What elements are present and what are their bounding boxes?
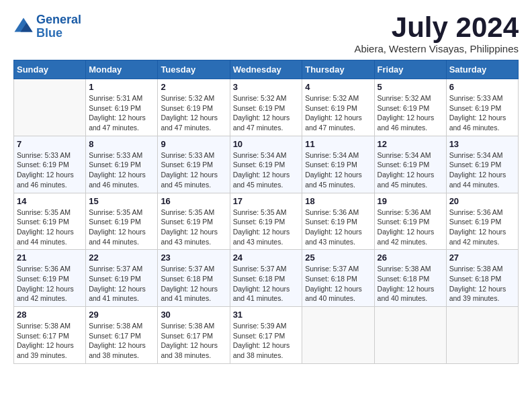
calendar-cell: 1Sunrise: 5:31 AMSunset: 6:19 PMDaylight… <box>86 79 158 136</box>
day-number: 9 <box>161 139 226 149</box>
day-header-sunday: Sunday <box>14 60 86 79</box>
day-number: 14 <box>17 196 83 206</box>
calendar-cell: 5Sunrise: 5:32 AMSunset: 6:19 PMDaylight… <box>374 79 446 136</box>
page-header: General Blue July 2024 Abiera, Western V… <box>13 13 519 54</box>
day-info: Sunrise: 5:33 AMSunset: 6:19 PMDaylight:… <box>161 150 226 190</box>
month-title: July 2024 <box>354 13 519 42</box>
day-number: 20 <box>449 196 515 206</box>
day-info: Sunrise: 5:33 AMSunset: 6:19 PMDaylight:… <box>89 150 154 190</box>
day-number: 11 <box>305 139 371 149</box>
day-info: Sunrise: 5:35 AMSunset: 6:19 PMDaylight:… <box>89 208 154 247</box>
day-info: Sunrise: 5:33 AMSunset: 6:19 PMDaylight:… <box>449 93 515 133</box>
calendar-cell <box>14 79 86 136</box>
day-info: Sunrise: 5:34 AMSunset: 6:19 PMDaylight:… <box>449 150 515 190</box>
calendar-cell: 25Sunrise: 5:37 AMSunset: 6:18 PMDayligh… <box>302 250 374 307</box>
day-number: 24 <box>233 253 300 263</box>
calendar-cell: 12Sunrise: 5:34 AMSunset: 6:19 PMDayligh… <box>374 136 446 193</box>
calendar-cell: 22Sunrise: 5:37 AMSunset: 6:19 PMDayligh… <box>86 250 158 307</box>
calendar-cell: 8Sunrise: 5:33 AMSunset: 6:19 PMDaylight… <box>86 136 158 193</box>
day-number: 23 <box>161 253 226 263</box>
day-info: Sunrise: 5:36 AMSunset: 6:19 PMDaylight:… <box>378 208 443 247</box>
day-info: Sunrise: 5:36 AMSunset: 6:19 PMDaylight:… <box>17 264 83 304</box>
day-number: 15 <box>89 196 154 206</box>
day-number: 29 <box>89 310 154 320</box>
day-info: Sunrise: 5:32 AMSunset: 6:19 PMDaylight:… <box>305 93 371 133</box>
calendar-week-3: 14Sunrise: 5:35 AMSunset: 6:19 PMDayligh… <box>14 193 519 250</box>
day-number: 2 <box>161 82 226 92</box>
calendar-cell: 24Sunrise: 5:37 AMSunset: 6:18 PMDayligh… <box>230 250 302 307</box>
day-number: 31 <box>233 310 300 320</box>
day-number: 7 <box>17 139 83 149</box>
calendar-week-4: 21Sunrise: 5:36 AMSunset: 6:19 PMDayligh… <box>14 250 519 307</box>
calendar-cell: 17Sunrise: 5:35 AMSunset: 6:19 PMDayligh… <box>230 193 302 250</box>
calendar-cell: 23Sunrise: 5:37 AMSunset: 6:18 PMDayligh… <box>158 250 230 307</box>
calendar-cell: 14Sunrise: 5:35 AMSunset: 6:19 PMDayligh… <box>14 193 86 250</box>
day-number: 19 <box>378 196 443 206</box>
calendar-week-5: 28Sunrise: 5:38 AMSunset: 6:17 PMDayligh… <box>14 307 519 364</box>
day-info: Sunrise: 5:38 AMSunset: 6:18 PMDaylight:… <box>449 264 515 304</box>
calendar-cell: 29Sunrise: 5:38 AMSunset: 6:17 PMDayligh… <box>86 307 158 364</box>
calendar-table: SundayMondayTuesdayWednesdayThursdayFrid… <box>13 60 519 364</box>
day-info: Sunrise: 5:36 AMSunset: 6:19 PMDaylight:… <box>449 208 515 247</box>
day-header-tuesday: Tuesday <box>158 60 230 79</box>
day-number: 1 <box>89 82 154 92</box>
day-info: Sunrise: 5:33 AMSunset: 6:19 PMDaylight:… <box>17 150 83 190</box>
day-info: Sunrise: 5:39 AMSunset: 6:17 PMDaylight:… <box>233 321 300 361</box>
calendar-week-2: 7Sunrise: 5:33 AMSunset: 6:19 PMDaylight… <box>14 136 519 193</box>
day-info: Sunrise: 5:37 AMSunset: 6:19 PMDaylight:… <box>89 264 154 304</box>
calendar-cell <box>302 307 374 364</box>
day-number: 16 <box>161 196 226 206</box>
day-info: Sunrise: 5:32 AMSunset: 6:19 PMDaylight:… <box>233 93 300 133</box>
day-info: Sunrise: 5:37 AMSunset: 6:18 PMDaylight:… <box>161 264 226 304</box>
calendar-cell: 30Sunrise: 5:38 AMSunset: 6:17 PMDayligh… <box>158 307 230 364</box>
day-number: 27 <box>449 253 515 263</box>
day-info: Sunrise: 5:32 AMSunset: 6:19 PMDaylight:… <box>161 93 226 133</box>
day-number: 22 <box>89 253 154 263</box>
calendar-cell: 16Sunrise: 5:35 AMSunset: 6:19 PMDayligh… <box>158 193 230 250</box>
calendar-cell: 28Sunrise: 5:38 AMSunset: 6:17 PMDayligh… <box>14 307 86 364</box>
day-number: 10 <box>233 139 300 149</box>
day-info: Sunrise: 5:37 AMSunset: 6:18 PMDaylight:… <box>233 264 300 304</box>
day-header-saturday: Saturday <box>446 60 518 79</box>
day-info: Sunrise: 5:38 AMSunset: 6:17 PMDaylight:… <box>89 321 154 361</box>
logo: General Blue <box>13 13 81 40</box>
day-header-monday: Monday <box>86 60 158 79</box>
day-number: 25 <box>305 253 371 263</box>
day-header-friday: Friday <box>374 60 446 79</box>
day-number: 30 <box>161 310 226 320</box>
calendar-cell <box>446 307 518 364</box>
title-block: July 2024 Abiera, Western Visayas, Phili… <box>354 13 519 54</box>
day-number: 18 <box>305 196 371 206</box>
day-number: 13 <box>449 139 515 149</box>
calendar-cell: 10Sunrise: 5:34 AMSunset: 6:19 PMDayligh… <box>230 136 302 193</box>
calendar-cell: 2Sunrise: 5:32 AMSunset: 6:19 PMDaylight… <box>158 79 230 136</box>
calendar-cell: 9Sunrise: 5:33 AMSunset: 6:19 PMDaylight… <box>158 136 230 193</box>
day-info: Sunrise: 5:36 AMSunset: 6:19 PMDaylight:… <box>305 208 371 247</box>
day-number: 8 <box>89 139 154 149</box>
day-info: Sunrise: 5:37 AMSunset: 6:18 PMDaylight:… <box>305 264 371 304</box>
day-info: Sunrise: 5:34 AMSunset: 6:19 PMDaylight:… <box>305 150 371 190</box>
day-header-wednesday: Wednesday <box>230 60 302 79</box>
calendar-cell: 7Sunrise: 5:33 AMSunset: 6:19 PMDaylight… <box>14 136 86 193</box>
day-number: 28 <box>17 310 83 320</box>
day-number: 21 <box>17 253 83 263</box>
day-number: 3 <box>233 82 300 92</box>
calendar-cell: 13Sunrise: 5:34 AMSunset: 6:19 PMDayligh… <box>446 136 518 193</box>
day-info: Sunrise: 5:38 AMSunset: 6:17 PMDaylight:… <box>161 321 226 361</box>
day-info: Sunrise: 5:38 AMSunset: 6:18 PMDaylight:… <box>378 264 443 304</box>
calendar-cell: 26Sunrise: 5:38 AMSunset: 6:18 PMDayligh… <box>374 250 446 307</box>
day-info: Sunrise: 5:32 AMSunset: 6:19 PMDaylight:… <box>378 93 443 133</box>
day-number: 5 <box>378 82 443 92</box>
calendar-cell: 18Sunrise: 5:36 AMSunset: 6:19 PMDayligh… <box>302 193 374 250</box>
day-info: Sunrise: 5:35 AMSunset: 6:19 PMDaylight:… <box>17 208 83 247</box>
day-number: 17 <box>233 196 300 206</box>
day-info: Sunrise: 5:38 AMSunset: 6:17 PMDaylight:… <box>17 321 83 361</box>
calendar-cell: 31Sunrise: 5:39 AMSunset: 6:17 PMDayligh… <box>230 307 302 364</box>
logo-text: General Blue <box>36 13 81 40</box>
calendar-cell: 27Sunrise: 5:38 AMSunset: 6:18 PMDayligh… <box>446 250 518 307</box>
logo-icon <box>13 17 34 37</box>
calendar-cell: 6Sunrise: 5:33 AMSunset: 6:19 PMDaylight… <box>446 79 518 136</box>
day-number: 12 <box>378 139 443 149</box>
calendar-cell: 4Sunrise: 5:32 AMSunset: 6:19 PMDaylight… <box>302 79 374 136</box>
day-number: 4 <box>305 82 371 92</box>
